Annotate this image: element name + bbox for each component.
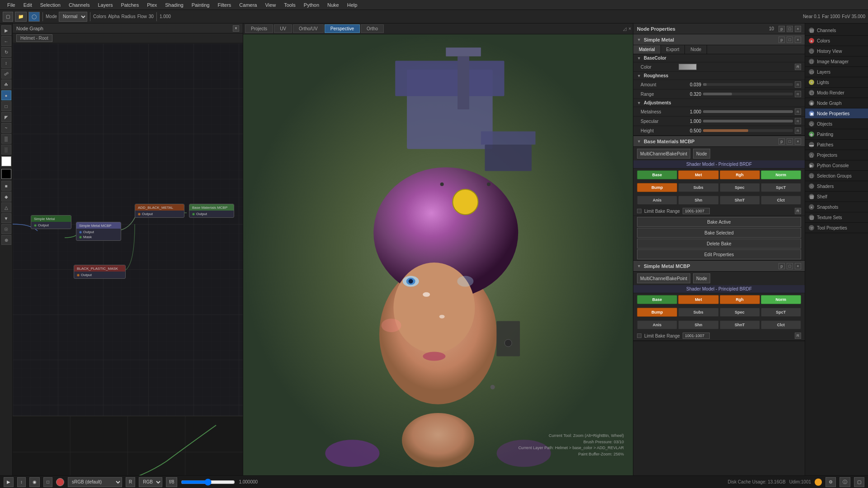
tool-gradient[interactable]: ░	[1, 145, 11, 155]
delete-bake-btn[interactable]: Delete Bake	[637, 239, 801, 249]
metalness-reset[interactable]: R	[795, 108, 801, 115]
sidebar-item-python-console[interactable]: ▶ Python Console	[805, 160, 868, 171]
tool-misc4[interactable]: ▼	[1, 213, 11, 223]
menu-shading[interactable]: Shading	[161, 1, 187, 9]
tool-scale[interactable]: ↕	[1, 58, 11, 68]
sidebar-item-patches[interactable]: ▬ Patches	[805, 140, 868, 150]
exposure-slider[interactable]	[181, 479, 235, 486]
base-materials-expand[interactable]: □	[787, 138, 793, 145]
sidebar-item-texture-sets[interactable]: ▧ Texture Sets	[805, 212, 868, 223]
tool-misc2[interactable]: ◆	[1, 192, 11, 202]
smmcbp-btn-spec[interactable]: Spec	[720, 308, 760, 317]
status-tool-btn-3[interactable]: ◉	[29, 477, 40, 487]
edit-properties-btn[interactable]: Edit Properties	[637, 249, 801, 259]
tool-select[interactable]: ▶	[1, 25, 11, 35]
range-slider[interactable]	[703, 93, 793, 95]
color-fg[interactable]	[1, 156, 11, 166]
sidebar-item-tool-properties[interactable]: ▿ Tool Properties	[805, 223, 868, 233]
simple-metal-expand[interactable]: □	[787, 37, 793, 43]
shader-btn-clct[interactable]: Clct	[761, 196, 801, 205]
specular-slider[interactable]	[703, 120, 793, 122]
tool-clone[interactable]: ◤	[1, 112, 11, 122]
menu-file[interactable]: File	[4, 1, 19, 9]
menu-nuke[interactable]: Nuke	[324, 1, 343, 9]
tool-misc3[interactable]: △	[1, 202, 11, 212]
shader-btn-bump[interactable]: Bump	[637, 183, 677, 192]
mcbp-node-btn[interactable]: Node	[693, 149, 710, 159]
tool-misc1[interactable]: ■	[1, 181, 11, 191]
base-materials-collapse[interactable]: ▼	[637, 139, 641, 144]
status-tool-btn-4[interactable]: □	[43, 477, 52, 487]
tool-zoom[interactable]: ☍	[1, 69, 11, 79]
sidebar-item-image-manager[interactable]: □ Image Manager	[805, 56, 868, 67]
tool-rotate[interactable]: ↻	[1, 47, 11, 57]
smmcbp-btn-shn[interactable]: Shn	[678, 320, 718, 329]
node-props-pin[interactable]: p	[778, 26, 785, 32]
viewport-icon-fit[interactable]: ◿	[623, 26, 627, 31]
sidebar-item-projectors[interactable]: △ Projectors	[805, 150, 868, 160]
menu-layers[interactable]: Layers	[94, 1, 116, 9]
smmcbp-limit-checkbox[interactable]	[637, 333, 642, 338]
menu-selection[interactable]: Selection	[37, 1, 64, 9]
amount-reset[interactable]: R	[795, 81, 801, 88]
node-props-close[interactable]: ×	[795, 26, 801, 32]
node-simple-metal[interactable]: Simple Metal Output	[31, 215, 71, 229]
status-settings-btn[interactable]: ⚙	[826, 477, 836, 487]
shader-btn-rgh[interactable]: Rgh	[720, 170, 760, 179]
viewport-tab-projects[interactable]: Projects	[245, 24, 273, 33]
menu-edit[interactable]: Edit	[20, 1, 36, 9]
smmcbp-pin[interactable]: p	[778, 263, 785, 269]
menu-channels[interactable]: Channels	[65, 1, 93, 9]
bake-selected-btn[interactable]: Bake Selected	[637, 228, 801, 238]
sidebar-item-lights[interactable]: ☀ Lights	[805, 77, 868, 88]
sidebar-item-modo-render[interactable]: ▢ Modo Render	[805, 88, 868, 98]
base-materials-pin[interactable]: p	[778, 138, 785, 145]
channel-r-btn[interactable]: R	[126, 477, 135, 487]
smmcbp-btn-met[interactable]: Met	[678, 295, 718, 304]
smmcbp-btn-anis[interactable]: Anis	[637, 320, 677, 329]
tool-smear[interactable]: ~	[1, 123, 11, 133]
height-reset[interactable]: R	[795, 127, 801, 134]
shader-btn-spec[interactable]: Spec	[720, 183, 760, 192]
smmcbp-btn-rgh[interactable]: Rgh	[720, 295, 760, 304]
limit-bake-checkbox[interactable]	[637, 209, 642, 213]
sidebar-item-painting[interactable]: ◆ Painting	[805, 129, 868, 140]
smmcbp-limit-reset[interactable]: R	[795, 333, 801, 339]
node-simple-metal-mcbp[interactable]: Simple Metal MCBP Output Mask	[76, 222, 121, 241]
smmcbp-range-input[interactable]	[683, 333, 710, 339]
tool-misc5[interactable]: ☉	[1, 224, 11, 234]
viewport-tab-uv[interactable]: UV	[274, 24, 292, 33]
basecolor-collapse[interactable]: ▼	[637, 56, 641, 61]
toolbar-paint[interactable]: ◯	[28, 12, 40, 22]
tool-erase[interactable]: □	[1, 101, 11, 111]
amount-slider[interactable]	[703, 83, 793, 86]
status-tool-btn-1[interactable]: ▶	[4, 477, 14, 487]
viewport-tab-perspective[interactable]: Perspective	[325, 24, 360, 33]
simple-metal-pin[interactable]: p	[778, 37, 785, 43]
smmcbp-btn-shnt[interactable]: ShnT	[720, 320, 760, 329]
menu-help[interactable]: Help	[344, 1, 361, 9]
node-canvas[interactable]: Simple Metal Output Simple Metal MCBP Ou…	[13, 43, 243, 488]
color-reset[interactable]: R	[795, 64, 801, 70]
sidebar-item-node-properties[interactable]: ▣ Node Properties	[805, 108, 868, 119]
display-mode-dropdown[interactable]: RGB	[139, 477, 162, 487]
bake-active-btn[interactable]: Bake Active	[637, 217, 801, 227]
shader-btn-base[interactable]: Base	[637, 170, 677, 179]
sidebar-item-shaders[interactable]: ☉ Shaders	[805, 181, 868, 192]
limit-bake-reset[interactable]: R	[795, 208, 801, 214]
sidebar-item-selection-groups[interactable]: □ Selection Groups	[805, 171, 868, 181]
sidebar-item-node-graph[interactable]: ◉ Node Graph	[805, 98, 868, 108]
sidebar-item-channels[interactable]: ▤ Channels	[805, 25, 868, 36]
menu-painting[interactable]: Painting	[188, 1, 213, 9]
tool-fill[interactable]: ▒	[1, 134, 11, 144]
simple-metal-collapse[interactable]: ▼	[637, 38, 641, 42]
sidebar-item-layers[interactable]: ▭ Layers	[805, 67, 868, 77]
node-graph-close[interactable]: ×	[233, 25, 239, 32]
shader-btn-shnt[interactable]: ShnT	[720, 196, 760, 205]
tool-paint[interactable]: ●	[1, 90, 11, 100]
node-black-plastic-mask[interactable]: BLACK_PLASTIC_MASK Output	[74, 265, 126, 279]
smmcbp-btn-base[interactable]: Base	[637, 295, 677, 304]
menu-tools[interactable]: Tools	[280, 1, 299, 9]
viewport-icon-close[interactable]: ×	[628, 26, 631, 31]
shader-btn-norm[interactable]: Norm	[761, 170, 801, 179]
